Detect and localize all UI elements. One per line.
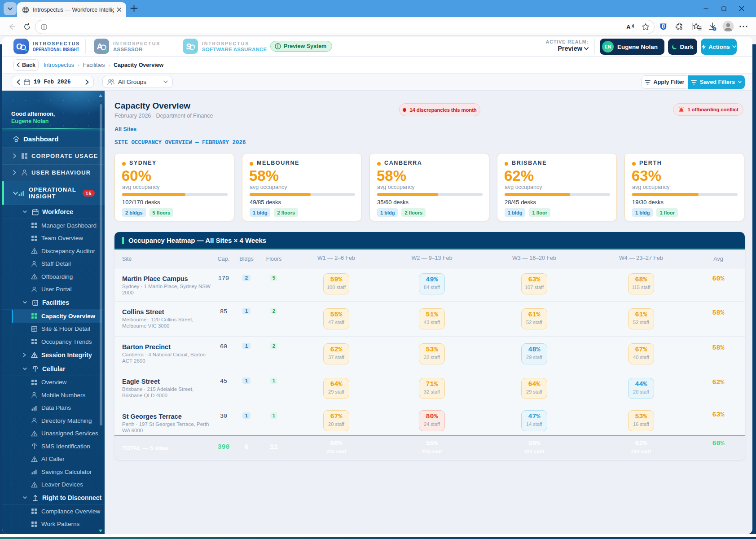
svg-text:i: i — [714, 27, 715, 31]
svg-text:A: A — [626, 24, 631, 31]
